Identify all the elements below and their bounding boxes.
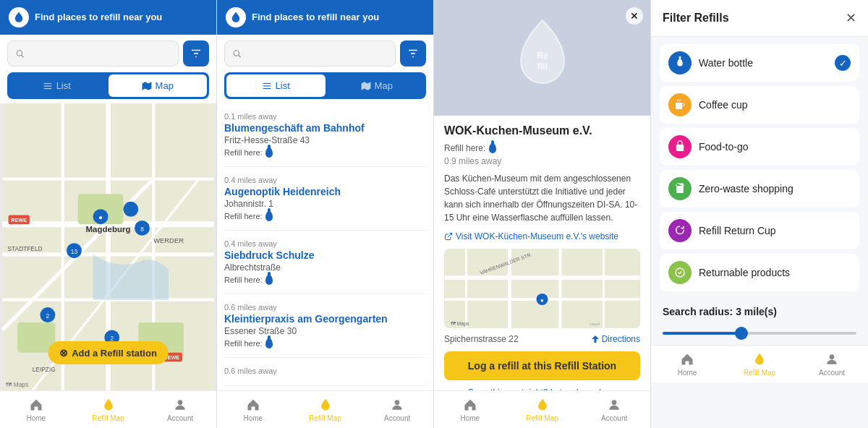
filter-zerowaste-label: Zero-waste shopping — [699, 183, 827, 194]
place4-refill: Refill here: — [224, 338, 426, 348]
place1-address: Fritz-Hesse-Straße 43 — [224, 135, 426, 145]
log-refill-button[interactable]: Log a refill at this Refill Station — [444, 351, 640, 380]
panel3-nav-refill[interactable]: Refill Map — [506, 395, 579, 424]
panel1-map: Magdeburg WERDER LEIPZIG STADTFELD ● 13 … — [0, 103, 216, 390]
svg-text:REWE: REWE — [11, 217, 27, 223]
panel4-nav-refill[interactable]: Refill Map — [723, 350, 796, 378]
panel4-nav-account-label: Account — [819, 369, 845, 377]
directions-icon — [591, 335, 600, 343]
svg-point-43 — [234, 51, 239, 56]
panel1-search-input[interactable]: Werder, Magdeburg — [29, 48, 171, 59]
panel1-nav-account[interactable]: Account — [144, 395, 216, 424]
detail-address-row: Spichernstrasse 22 Directions — [444, 334, 640, 344]
panel1-tab-map[interactable]: Map — [109, 74, 208, 97]
svg-point-52 — [395, 400, 400, 405]
food-icon — [673, 140, 686, 153]
filter-item-zerowaste[interactable]: Zero-waste shopping — [660, 170, 859, 207]
coffee-filter-icon — [668, 93, 692, 116]
panel3-nav-home[interactable]: Home — [434, 395, 506, 424]
panel1-bottom-nav: Home Refill Map Account — [0, 390, 216, 428]
svg-point-0 — [17, 51, 22, 56]
filter-close-button[interactable]: ✕ — [846, 10, 856, 26]
svg-marker-8 — [142, 82, 151, 90]
panel3-nav-home-label: Home — [460, 414, 480, 422]
panel3-home-icon — [462, 397, 478, 413]
svg-rect-48 — [263, 82, 271, 83]
water-bottle-icon — [265, 147, 273, 158]
list-item[interactable]: 0.6 miles away Kleintierpraxis am George… — [224, 294, 426, 358]
svg-line-1 — [22, 55, 24, 57]
return-cup-icon — [673, 224, 686, 237]
panel4-account-icon — [824, 351, 840, 367]
detail-water-icon — [489, 143, 496, 153]
place1-name: Blumengeschäft am Bahnhof — [224, 122, 426, 134]
panel3-nav-account[interactable]: Account — [578, 395, 650, 424]
detail-place-name: WOK-Kuchen-Museum e.V. — [444, 124, 640, 137]
directions-link[interactable]: Directions — [591, 334, 640, 344]
detail-distance: 0.9 miles away — [444, 156, 640, 166]
svg-text:Legal: Legal — [590, 322, 600, 326]
detail-refill-row: Refill here: — [444, 143, 640, 153]
filter-item-return[interactable]: Refill Return Cup — [660, 212, 859, 249]
svg-text:STADTFELD: STADTFELD — [8, 245, 43, 252]
list-item[interactable]: 0.1 miles away Blumengeschäft am Bahnhof… — [224, 103, 426, 167]
refill-logo-svg: Re fill — [510, 17, 575, 96]
filter-coffee-label: Coffee cup — [699, 99, 827, 111]
panel3-account-icon — [606, 397, 622, 413]
panel2-refill-icon — [318, 397, 333, 413]
panel1-tab-bar: List Map — [7, 72, 209, 99]
panel4-nav-account[interactable]: Account — [796, 350, 868, 378]
filter-item-coffee[interactable]: Coffee cup — [660, 86, 859, 124]
place3-address: Albrechtstraße — [224, 262, 426, 273]
panel1-tab-list[interactable]: List — [7, 72, 106, 99]
filter-item-returnable[interactable]: Returnable products — [660, 254, 859, 291]
svg-text:LEIPZIG: LEIPZIG — [33, 366, 56, 373]
svg-point-67 — [612, 400, 617, 405]
filter-returnable-uncheck — [835, 265, 851, 281]
detail-website-link[interactable]: Visit WOK-Küchen-Museum e.V.'s website — [444, 231, 640, 241]
panel2-search-input[interactable]: Siedlung, Dessau-Roßlau — [246, 48, 388, 59]
panel2-nav-account[interactable]: Account — [361, 395, 433, 424]
panel2-header: Find places to refill near you — [217, 0, 433, 35]
svg-rect-49 — [263, 85, 271, 86]
panel2-nav-home-label: Home — [243, 414, 263, 422]
coffee-icon — [673, 98, 686, 111]
place4-distance: 0.6 miles away — [224, 303, 426, 312]
svg-rect-69 — [676, 145, 684, 151]
panel1-nav-refill[interactable]: Refill Map — [72, 395, 145, 424]
svg-point-72 — [830, 354, 835, 359]
add-station-button[interactable]: ⊗ Add a Refill station — [48, 341, 169, 364]
directions-label: Directions — [602, 334, 640, 344]
detail-website-text: Visit WOK-Küchen-Museum e.V.'s website — [456, 231, 618, 241]
svg-rect-5 — [43, 82, 51, 83]
panel2-filter-button[interactable] — [400, 40, 426, 67]
panel2-nav-refill[interactable]: Refill Map — [289, 395, 362, 424]
list-item[interactable]: 0.6 miles away — [224, 358, 426, 386]
svg-text:13: 13 — [71, 248, 78, 255]
filter-item-food[interactable]: Food-to-go — [660, 128, 859, 166]
panel2-nav-home[interactable]: Home — [217, 395, 289, 424]
zerowaste-icon — [673, 182, 686, 195]
panel1-nav-home[interactable]: Home — [0, 395, 72, 424]
refill-map-icon — [101, 397, 116, 413]
svg-point-42 — [178, 400, 183, 405]
panel2-tab-list[interactable]: List — [226, 74, 326, 97]
water-bottle-icon — [265, 211, 273, 221]
place3-distance: 0.4 miles away — [224, 239, 426, 248]
returnable-icon — [673, 266, 686, 279]
radius-slider[interactable] — [663, 332, 856, 335]
food-filter-icon — [668, 135, 692, 158]
panel1-filter-button[interactable] — [183, 40, 209, 67]
panel-list-view: Find places to refill near you Siedlung,… — [217, 0, 434, 428]
panel2-tab-map[interactable]: Map — [328, 72, 427, 99]
filter-item-water[interactable]: Water bottle ✓ — [660, 44, 859, 82]
external-link-icon — [444, 232, 453, 241]
panel-detail-view: ✕ Re fill WOK-Kuchen-Museum e.V. Refill … — [434, 0, 651, 428]
list-item[interactable]: 0.4 miles away Augenoptik Heidenreich Jo… — [224, 167, 426, 231]
filter-zerowaste-uncheck — [835, 181, 851, 197]
detail-close-button[interactable]: ✕ — [626, 7, 643, 25]
svg-text:🗺 Maps: 🗺 Maps — [6, 381, 28, 388]
panel4-nav-home[interactable]: Home — [651, 350, 723, 378]
place4-address: Essener Straße 30 — [224, 326, 426, 336]
list-item[interactable]: 0.4 miles away Siebdruck Schulze Albrech… — [224, 231, 426, 294]
